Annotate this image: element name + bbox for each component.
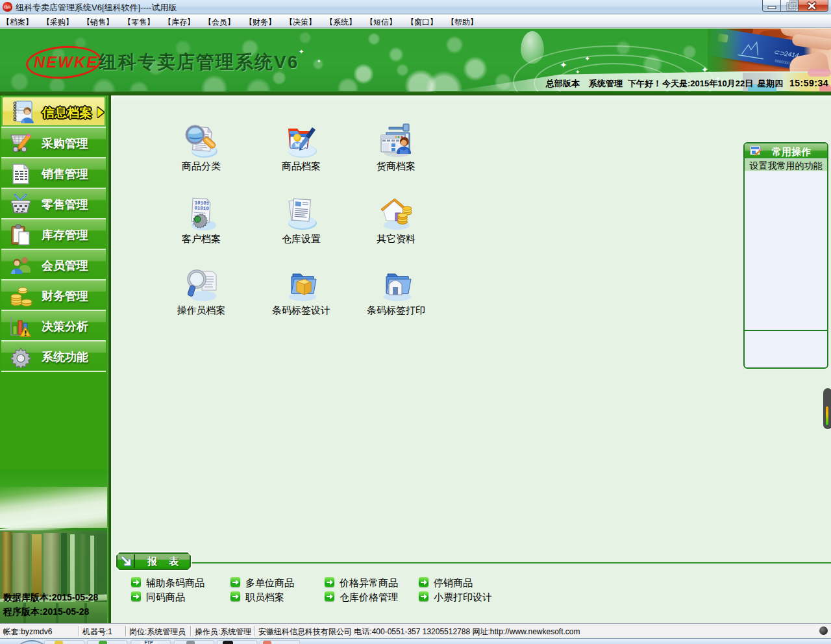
svg-text:0000000: 0000000 xyxy=(775,59,791,66)
svg-text:01010: 01010 xyxy=(194,205,209,211)
